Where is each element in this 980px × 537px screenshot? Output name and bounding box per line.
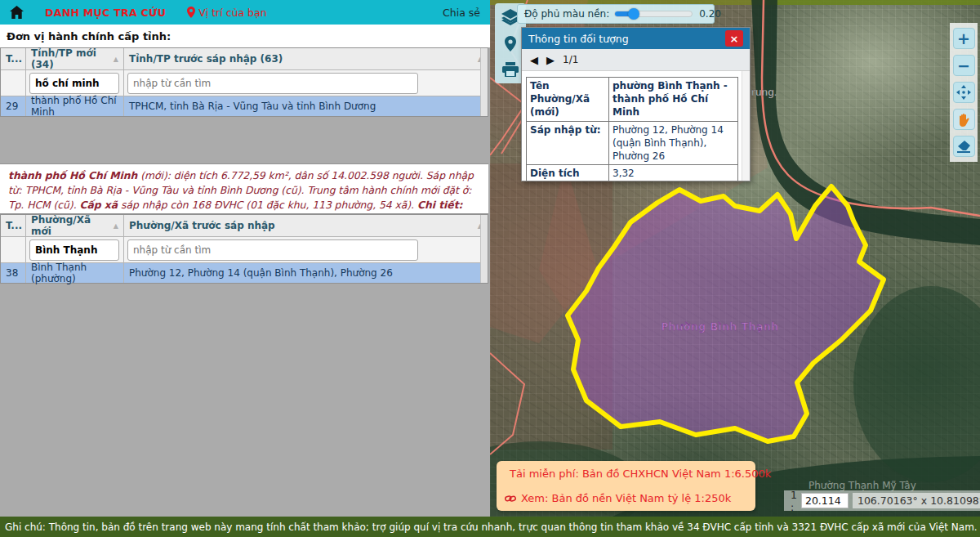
cell-new-name: thành phố Hồ Chí Minh [25, 96, 123, 116]
zoom-in-button[interactable]: + [953, 28, 975, 49]
cell-new-name: Bình Thạnh (phường) [25, 263, 123, 283]
locate-pin-icon[interactable] [500, 34, 521, 53]
ward-table: T... Phường/Xã mới▲ Phường/Xã trước sáp … [0, 214, 488, 284]
popup-titlebar: Thông tin đối tượng × [522, 28, 750, 49]
cell-old-names: TPHCM, tỉnh Bà Rịa - Vũng Tàu và tỉnh Bì… [123, 96, 488, 116]
close-icon[interactable]: × [725, 30, 743, 47]
left-panel: DANH MỤC TRA CỨU Vị trí của bạn Chia sẻ … [0, 0, 490, 517]
pager-count: 1/1 [563, 54, 578, 65]
table-scrollbar[interactable] [480, 215, 488, 283]
province-filter-input[interactable] [29, 73, 119, 94]
summary-province-name: thành phố Hồ Chí Minh [8, 170, 137, 181]
faint-place-label: Phường Thạnh Mỹ Tây [808, 480, 916, 491]
province-header-row: T... Tỉnh/TP mới (34)▲ Tỉnh/TP trước sáp… [1, 48, 488, 70]
opacity-slider[interactable] [614, 11, 693, 17]
filter-id-cell [1, 70, 25, 96]
col-header-id[interactable]: T... [1, 215, 25, 236]
cell-id: 29 [1, 96, 25, 116]
map-panel[interactable]: Phường Bình Thạnh rung. Phường Thạnh Mỹ … [490, 0, 980, 517]
eraser-icon[interactable] [953, 136, 975, 157]
link-icon [505, 494, 516, 503]
popup-pager-bar: ◀ ▶ 1/1 [522, 49, 750, 71]
view-basemap-link[interactable]: Xem: Bản đồ nền Việt Nam tỷ lệ 1:250k [505, 492, 747, 504]
table-scrollbar[interactable] [480, 48, 488, 116]
print-icon[interactable] [500, 60, 521, 79]
cursor-coordinates: 106.70163° x 10.81098° [853, 493, 980, 508]
region-label: Phường Bình Thạnh [662, 320, 779, 333]
ward-filter-input[interactable] [29, 239, 119, 261]
province-table: T... Tỉnh/TP mới (34)▲ Tỉnh/TP trước sáp… [0, 47, 488, 117]
col-header-id[interactable]: T... [1, 48, 25, 69]
scale-prefix: 1 : [791, 489, 797, 513]
pan-icon[interactable] [953, 82, 975, 103]
table-row: Tên Phường/Xã (mới) phường Bình Thạnh - … [527, 78, 737, 122]
your-location-link[interactable]: Vị trí của bạn [187, 7, 266, 19]
zoom-out-button[interactable]: − [953, 55, 975, 76]
scale-bar: 1 : 106.70163° x 10.81098° › [784, 490, 980, 511]
sort-asc-icon: ▲ [110, 222, 118, 230]
app-root: DANH MỤC TRA CỨU Vị trí của bạn Chia sẻ … [0, 0, 980, 537]
col-header-new[interactable]: Phường/Xã mới▲ [25, 215, 123, 236]
cell-id: 38 [1, 263, 25, 283]
ward-row-selected[interactable]: 38 Bình Thạnh (phường) Phường 12, Phường… [1, 263, 488, 283]
section-title-strip: Đơn vị hành chính cấp tỉnh: [0, 25, 490, 47]
province-summary: thành phố Hồ Chí Minh (mới): diện tích 6… [0, 163, 488, 214]
download-map-link[interactable]: Tải miễn phí: Bản đồ CHXHCN Việt Nam 1:6… [505, 468, 747, 480]
opacity-label: Độ phủ màu nền: [524, 8, 609, 20]
col-header-old[interactable]: Tỉnh/TP trước sáp nhập (63)▲ [123, 48, 488, 69]
popup-title-text: Thông tin đối tượng [528, 33, 629, 45]
share-button[interactable]: Chia sẻ [443, 7, 480, 19]
home-icon[interactable] [10, 6, 24, 19]
col-header-old[interactable]: Phường/Xã trước sáp nhập▲ [123, 215, 488, 236]
partial-place-label: rung. [751, 87, 777, 98]
ward-header-row: T... Phường/Xã mới▲ Phường/Xã trước sáp … [1, 215, 488, 237]
scale-input[interactable] [801, 493, 849, 508]
download-box: Tải miễn phí: Bản đồ CHXHCN Việt Nam 1:6… [497, 461, 755, 511]
page-title: Đơn vị hành chính cấp tỉnh: [7, 30, 171, 43]
slider-handle[interactable] [628, 8, 639, 20]
footer-note: Ghi chú: Thông tin, bản đồ trên trang we… [5, 521, 980, 533]
opacity-panel: Độ phủ màu nền: 0.20 [517, 4, 715, 24]
popup-attribute-table: Tên Phường/Xã (mới) phường Bình Thạnh - … [526, 77, 738, 181]
ward-filter-row [1, 237, 488, 263]
map-toolbar-right: + − [950, 23, 978, 162]
province-row-selected[interactable]: 29 thành phố Hồ Chí Minh TPHCM, tỉnh Bà … [1, 96, 488, 116]
feature-info-popup: Thông tin đối tượng × ◀ ▶ 1/1 Tên Phường… [521, 27, 751, 181]
vegetation-patch [853, 286, 980, 482]
location-pin-icon [187, 7, 195, 18]
footer-note-bar: Ghi chú: Thông tin, bản đồ trên trang we… [0, 517, 980, 537]
col-header-new[interactable]: Tỉnh/TP mới (34)▲ [25, 48, 123, 69]
opacity-value: 0.20 [699, 8, 721, 20]
prev-feature-icon[interactable]: ◀ [530, 55, 538, 65]
cell-old-names: Phường 12, Phường 14 (quận Bình Thạnh), … [123, 263, 488, 283]
popup-scrollbar[interactable] [742, 71, 750, 181]
menu-danh-muc-tra-cuu[interactable]: DANH MỤC TRA CỨU [45, 7, 166, 19]
next-feature-icon[interactable]: ▶ [546, 55, 555, 65]
table-row: Sáp nhập từ: Phường 12, Phường 14 (quận … [527, 122, 737, 166]
province-old-filter-input[interactable] [127, 73, 418, 94]
province-filter-row [1, 70, 488, 96]
sort-asc-icon: ▲ [110, 56, 118, 63]
filter-id-cell [1, 237, 25, 262]
pan-hand-icon[interactable] [953, 109, 975, 130]
top-bar: DANH MỤC TRA CỨU Vị trí của bạn Chia sẻ [0, 0, 490, 25]
detail-link[interactable]: Chi tiết [417, 199, 459, 211]
ward-old-filter-input[interactable] [127, 239, 418, 261]
table-row: Diện tích (km²) 3,32 [527, 165, 737, 181]
